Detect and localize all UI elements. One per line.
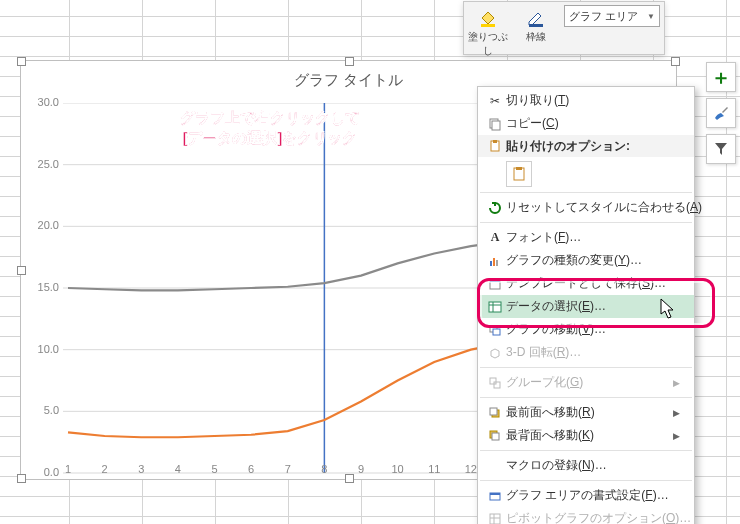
- y-tick-label: 30.0: [29, 96, 59, 108]
- fill-label: 塗りつぶし: [464, 30, 512, 58]
- menu-pivotchart-options: ピボットグラフのオプション(O)…: [478, 507, 694, 524]
- menu-font[interactable]: A フォント(F)…: [478, 226, 694, 249]
- menu-format-chart-area[interactable]: グラフ エリアの書式設定(F)…: [478, 484, 694, 507]
- fill-button[interactable]: 塗りつぶし: [464, 2, 512, 54]
- resize-handle[interactable]: [345, 57, 354, 66]
- menu-separator: [480, 480, 692, 481]
- svg-rect-26: [490, 378, 496, 384]
- svg-rect-27: [494, 382, 500, 388]
- x-tick-label: 1: [65, 463, 71, 475]
- svg-rect-20: [490, 279, 500, 282]
- plus-icon: ＋: [711, 64, 731, 91]
- menu-reset-style[interactable]: リセットしてスタイルに合わせる(A): [478, 196, 694, 219]
- menu-paste-options-header: 貼り付けのオプション:: [478, 135, 694, 157]
- menu-send-back[interactable]: 最背面へ移動(K) ▶: [478, 424, 694, 447]
- menu-save-template[interactable]: テンプレートとして保存(S)…: [478, 272, 694, 295]
- callout-annotation: グラフ上で右クリックして [データの選択]をクリック: [180, 108, 360, 147]
- group-icon: [484, 374, 506, 392]
- x-tick-label: 2: [102, 463, 108, 475]
- svg-rect-33: [490, 493, 500, 495]
- select-data-icon: [484, 298, 506, 316]
- outline-label: 枠線: [512, 30, 560, 44]
- x-tick-label: 4: [175, 463, 181, 475]
- menu-cut[interactable]: ✂ 切り取り(T): [478, 89, 694, 112]
- y-tick-label: 10.0: [29, 343, 59, 355]
- paste-option-row: [478, 157, 694, 189]
- x-tick-label: 7: [285, 463, 291, 475]
- resize-handle[interactable]: [17, 57, 26, 66]
- svg-rect-17: [493, 258, 495, 266]
- y-tick-label: 0.0: [29, 466, 59, 478]
- chart-filter-button[interactable]: [706, 134, 736, 164]
- svg-rect-34: [490, 514, 500, 524]
- menu-separator: [480, 450, 692, 451]
- svg-rect-25: [493, 329, 500, 335]
- save-template-icon: [484, 275, 506, 293]
- cube-icon: [484, 344, 506, 362]
- x-tick-label: 3: [138, 463, 144, 475]
- clipboard-icon: [484, 137, 506, 155]
- chevron-right-icon: ▶: [673, 431, 680, 441]
- menu-separator: [480, 367, 692, 368]
- menu-separator: [480, 397, 692, 398]
- chart-add-element-button[interactable]: ＋: [706, 62, 736, 92]
- copy-icon: [484, 115, 506, 133]
- format-icon: [484, 487, 506, 505]
- outline-button[interactable]: 枠線: [512, 2, 560, 54]
- scissors-icon: ✂: [484, 92, 506, 110]
- menu-3d-rotation: 3-D 回転(R)…: [478, 341, 694, 364]
- svg-rect-11: [492, 121, 500, 130]
- resize-handle[interactable]: [671, 57, 680, 66]
- svg-rect-31: [492, 433, 499, 440]
- y-tick-label: 25.0: [29, 158, 59, 170]
- font-icon: A: [484, 229, 506, 247]
- x-tick-label: 12: [465, 463, 477, 475]
- svg-rect-16: [490, 261, 492, 266]
- chevron-right-icon: ▶: [673, 408, 680, 418]
- pen-icon: [512, 6, 560, 30]
- svg-rect-29: [490, 408, 497, 415]
- move-chart-icon: [484, 321, 506, 339]
- menu-group: グループ化(G) ▶: [478, 371, 694, 394]
- mini-toolbar: 塗りつぶし 枠線 グラフ エリア ▼: [463, 1, 665, 55]
- svg-rect-18: [496, 260, 498, 266]
- chart-type-icon: [484, 252, 506, 270]
- menu-change-chart-type[interactable]: グラフの種類の変更(Y)…: [478, 249, 694, 272]
- menu-copy[interactable]: コピー(C): [478, 112, 694, 135]
- x-tick-label: 9: [358, 463, 364, 475]
- chart-element-select[interactable]: グラフ エリア ▼: [564, 5, 660, 27]
- svg-rect-21: [489, 302, 501, 312]
- menu-separator: [480, 222, 692, 223]
- resize-handle[interactable]: [17, 474, 26, 483]
- x-tick-label: 11: [428, 463, 440, 475]
- x-tick-label: 5: [211, 463, 217, 475]
- reset-icon: [484, 199, 506, 217]
- bring-front-icon: [484, 404, 506, 422]
- chart-style-button[interactable]: [706, 98, 736, 128]
- y-tick-label: 5.0: [29, 404, 59, 416]
- svg-rect-0: [481, 24, 495, 27]
- brush-icon: [712, 104, 730, 122]
- x-tick-label: 6: [248, 463, 254, 475]
- paint-bucket-icon: [464, 6, 512, 30]
- send-back-icon: [484, 427, 506, 445]
- svg-rect-13: [493, 140, 497, 143]
- chevron-right-icon: ▶: [673, 378, 680, 388]
- svg-rect-1: [529, 24, 543, 27]
- context-menu: ✂ 切り取り(T) コピー(C) 貼り付けのオプション: リセットしてスタイルに…: [477, 86, 695, 524]
- pivot-icon: [484, 510, 506, 525]
- x-tick-label: 8: [321, 463, 327, 475]
- menu-bring-front[interactable]: 最前面へ移動(R) ▶: [478, 401, 694, 424]
- chart-element-select-value: グラフ エリア: [569, 9, 638, 24]
- menu-select-data[interactable]: データの選択(E)…: [478, 295, 694, 318]
- menu-move-chart[interactable]: グラフの移動(V)…: [478, 318, 694, 341]
- menu-assign-macro[interactable]: マクロの登録(N)…: [478, 454, 694, 477]
- funnel-icon: [713, 141, 729, 157]
- svg-rect-15: [516, 167, 522, 170]
- paste-option-button[interactable]: [506, 161, 532, 187]
- chevron-down-icon: ▼: [647, 12, 655, 21]
- menu-separator: [480, 192, 692, 193]
- y-tick-label: 15.0: [29, 281, 59, 293]
- resize-handle[interactable]: [17, 266, 26, 275]
- x-tick-label: 10: [392, 463, 404, 475]
